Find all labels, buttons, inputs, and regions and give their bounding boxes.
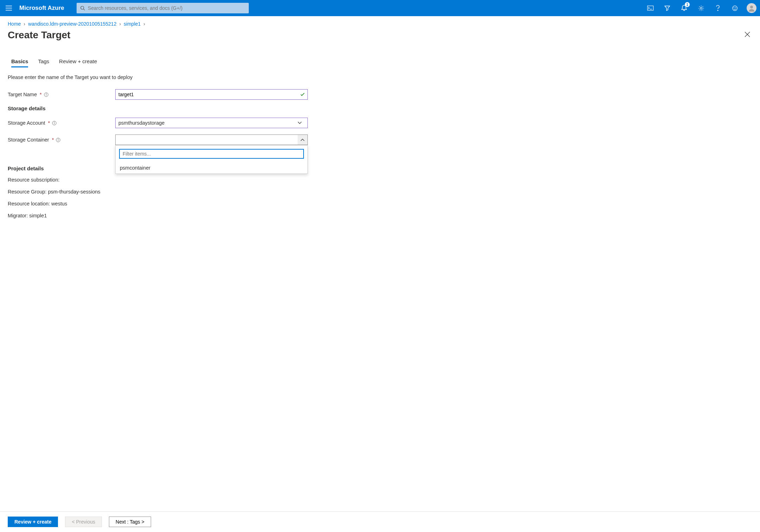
resource-location: Resource location: westus bbox=[8, 201, 752, 206]
top-icons: 1 bbox=[642, 0, 743, 16]
target-name-input[interactable] bbox=[115, 89, 308, 100]
breadcrumb-home[interactable]: Home bbox=[8, 21, 21, 27]
chevron-right-icon: › bbox=[24, 21, 25, 27]
storage-account-select[interactable]: psmthursdaystorage bbox=[115, 118, 308, 128]
required-star: * bbox=[52, 137, 54, 143]
svg-point-12 bbox=[750, 6, 753, 8]
account-avatar[interactable] bbox=[743, 3, 760, 13]
target-name-row: Target Name * bbox=[8, 88, 752, 100]
tab-tags[interactable]: Tags bbox=[38, 58, 49, 67]
notification-badge: 1 bbox=[685, 2, 690, 7]
migrator: Migrator: simple1 bbox=[8, 213, 752, 218]
page-header: Create Target bbox=[0, 27, 760, 41]
help-icon[interactable] bbox=[709, 0, 726, 16]
tab-review[interactable]: Review + create bbox=[59, 58, 97, 67]
svg-point-8 bbox=[717, 10, 718, 11]
svg-rect-5 bbox=[648, 6, 654, 11]
info-icon[interactable] bbox=[52, 121, 57, 125]
chevron-up-icon bbox=[298, 135, 307, 145]
close-icon[interactable] bbox=[742, 29, 752, 39]
menu-icon[interactable] bbox=[0, 0, 18, 16]
person-icon bbox=[748, 5, 755, 12]
search-input[interactable] bbox=[88, 5, 245, 11]
form-body: Please enter the name of the Target you … bbox=[0, 67, 760, 218]
next-button[interactable]: Next : Tags > bbox=[109, 517, 151, 527]
svg-point-17 bbox=[46, 93, 46, 94]
required-star: * bbox=[48, 120, 50, 126]
svg-point-23 bbox=[58, 139, 58, 139]
svg-point-9 bbox=[732, 6, 737, 11]
notifications-icon[interactable]: 1 bbox=[676, 0, 693, 16]
required-star: * bbox=[40, 92, 42, 97]
storage-heading: Storage details bbox=[8, 105, 752, 111]
storage-container-select[interactable] bbox=[115, 134, 308, 145]
resource-group: Resource Group: psm-thursday-sessions bbox=[8, 189, 752, 195]
tabs: Basics Tags Review + create bbox=[0, 41, 760, 67]
breadcrumb-resource[interactable]: wandisco.ldm-preview-20201005155212 bbox=[28, 21, 116, 27]
check-icon bbox=[300, 92, 305, 97]
breadcrumb: Home › wandisco.ldm-preview-202010051552… bbox=[0, 16, 760, 27]
directory-filter-icon[interactable] bbox=[659, 0, 676, 16]
storage-container-dropdown: psmcontainer bbox=[115, 145, 308, 174]
storage-account-label: Storage Account bbox=[8, 120, 45, 126]
brand-label[interactable]: Microsoft Azure bbox=[18, 5, 70, 12]
dropdown-filter-input[interactable] bbox=[119, 149, 304, 159]
page-title: Create Target bbox=[8, 29, 742, 41]
tab-basics[interactable]: Basics bbox=[11, 58, 28, 67]
svg-line-4 bbox=[83, 9, 85, 11]
chevron-right-icon: › bbox=[119, 21, 121, 27]
svg-point-20 bbox=[54, 122, 54, 122]
svg-point-10 bbox=[734, 7, 734, 8]
resource-subscription: Resource subscription: bbox=[8, 177, 752, 183]
svg-point-7 bbox=[700, 7, 702, 9]
search-wrap bbox=[77, 3, 249, 13]
previous-button: < Previous bbox=[65, 517, 102, 527]
search-box[interactable] bbox=[77, 3, 249, 13]
storage-account-value: psmthursdaystorage bbox=[118, 120, 164, 126]
intro-text: Please enter the name of the Target you … bbox=[8, 74, 752, 80]
chevron-right-icon: › bbox=[143, 21, 145, 27]
storage-container-row: Storage Container * psmcontainer bbox=[8, 134, 752, 146]
review-create-button[interactable]: Review + create bbox=[8, 517, 58, 527]
svg-point-3 bbox=[81, 6, 84, 9]
cloud-shell-icon[interactable] bbox=[642, 0, 659, 16]
chevron-down-icon bbox=[295, 121, 305, 124]
top-bar: Microsoft Azure 1 bbox=[0, 0, 760, 16]
dropdown-option[interactable]: psmcontainer bbox=[116, 162, 307, 173]
storage-container-label: Storage Container bbox=[8, 137, 49, 143]
info-icon[interactable] bbox=[44, 92, 48, 97]
breadcrumb-simple1[interactable]: simple1 bbox=[124, 21, 141, 27]
footer: Review + create < Previous Next : Tags > bbox=[0, 511, 760, 532]
feedback-icon[interactable] bbox=[726, 0, 743, 16]
info-icon[interactable] bbox=[56, 138, 60, 142]
svg-point-11 bbox=[735, 7, 736, 8]
search-icon bbox=[80, 6, 85, 11]
settings-icon[interactable] bbox=[693, 0, 709, 16]
target-name-label: Target Name bbox=[8, 92, 37, 97]
storage-account-row: Storage Account * psmthursdaystorage bbox=[8, 117, 752, 129]
